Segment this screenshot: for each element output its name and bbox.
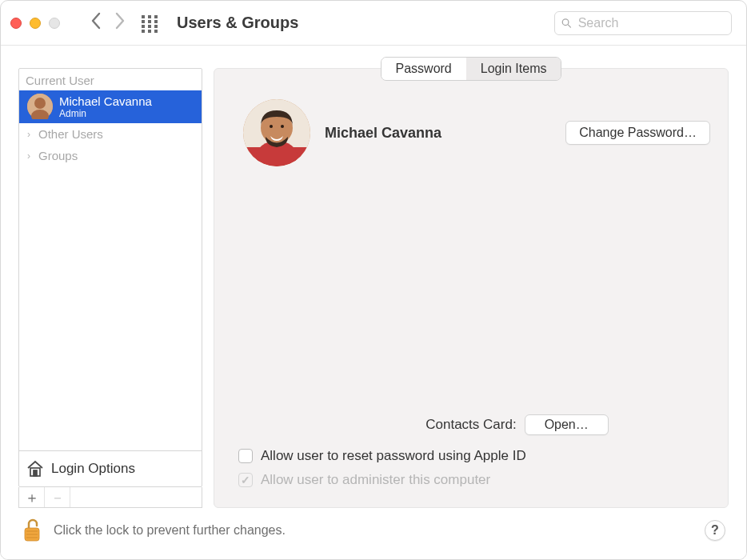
svg-point-0 (562, 18, 569, 25)
administer-checkbox (238, 473, 253, 487)
search-input[interactable] (577, 15, 725, 31)
window-controls (10, 18, 60, 29)
back-button[interactable] (90, 12, 102, 34)
house-icon (26, 459, 45, 478)
svg-rect-17 (26, 537, 38, 538)
sidebar-current-user-name: Michael Cavanna (59, 94, 152, 108)
lock-hint-text: Click the lock to prevent further change… (54, 523, 693, 538)
tab-password[interactable]: Password (381, 58, 466, 80)
window: Users & Groups Current User (0, 0, 747, 560)
administer-label: Allow user to administer this computer (261, 472, 490, 488)
sidebar-item-label: Groups (38, 149, 78, 162)
sidebar-section-current-user: Current User (19, 69, 202, 90)
user-list: Current User Michael Cavanna Admin (18, 68, 202, 487)
lock-icon[interactable] (22, 518, 42, 543)
svg-rect-5 (34, 470, 37, 476)
tab-login-items[interactable]: Login Items (466, 58, 561, 80)
sidebar: Current User Michael Cavanna Admin (18, 68, 202, 508)
content-area: Current User Michael Cavanna Admin (1, 46, 746, 559)
add-user-button[interactable]: ＋ (19, 487, 45, 507)
add-remove-bar: ＋ － (18, 487, 202, 508)
sidebar-item-label: Other Users (38, 127, 103, 141)
window-title: Users & Groups (177, 14, 546, 32)
show-all-icon[interactable] (142, 15, 158, 31)
titlebar: Users & Groups (1, 1, 746, 46)
svg-point-11 (270, 125, 273, 128)
sidebar-current-user-role: Admin (59, 108, 152, 119)
footer: Click the lock to prevent further change… (18, 508, 729, 548)
svg-point-12 (281, 125, 284, 128)
detail-panel: Password Login Items (214, 68, 729, 508)
reset-password-label: Allow user to reset password using Apple… (261, 448, 526, 464)
login-options-label: Login Options (51, 461, 135, 477)
contacts-card-label: Contacts Card: (425, 417, 516, 433)
sidebar-item-other-users[interactable]: › Other Users (19, 123, 202, 145)
chevron-right-icon: › (24, 150, 34, 162)
change-password-button[interactable]: Change Password… (565, 121, 710, 145)
tab-group: Password Login Items (381, 57, 562, 81)
chevron-right-icon: › (24, 129, 34, 140)
nav-arrows (90, 12, 126, 34)
administer-computer-row: Allow user to administer this computer (238, 472, 704, 488)
svg-point-2 (34, 98, 46, 109)
help-button[interactable]: ? (705, 520, 725, 541)
user-display-name: Michael Cavanna (325, 125, 551, 142)
remove-user-button: － (45, 487, 70, 507)
sidebar-item-groups[interactable]: › Groups (19, 145, 202, 166)
avatar-small (27, 94, 53, 119)
minimize-button[interactable] (30, 18, 41, 29)
open-contacts-button[interactable]: Open… (525, 414, 609, 435)
svg-rect-15 (26, 530, 38, 532)
forward-button (114, 12, 126, 34)
sidebar-current-user[interactable]: Michael Cavanna Admin (19, 90, 202, 123)
reset-password-checkbox[interactable] (238, 449, 253, 463)
search-field-wrap[interactable] (554, 11, 732, 35)
close-button[interactable] (10, 18, 22, 29)
svg-rect-16 (26, 534, 38, 535)
reset-password-apple-id-row[interactable]: Allow user to reset password using Apple… (238, 448, 704, 464)
zoom-button (49, 18, 60, 29)
login-options-button[interactable]: Login Options (19, 450, 202, 486)
avatar[interactable] (243, 99, 310, 166)
search-icon (561, 18, 572, 29)
